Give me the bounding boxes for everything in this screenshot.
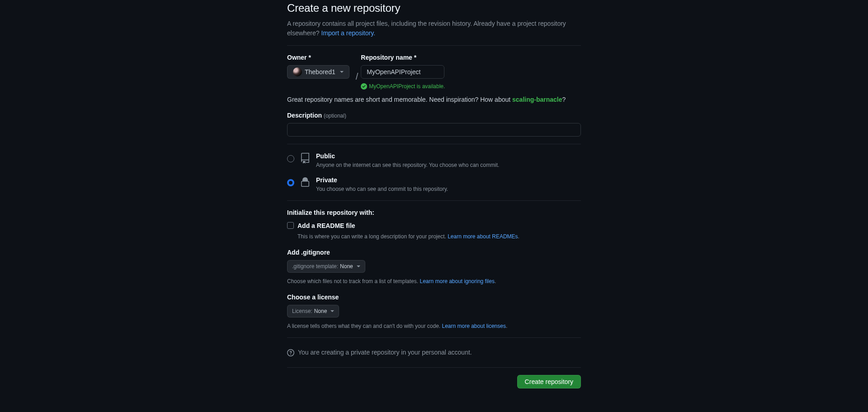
owner-label: Owner * [287,53,349,62]
availability-status: MyOpenAPIProject is available. [361,82,445,90]
public-title: Public [316,152,335,160]
avatar [293,67,302,76]
description-label: Description [287,112,322,119]
license-heading: Choose a license [287,293,581,302]
gitignore-help: Choose which files not to track from a l… [287,277,581,285]
readme-help: This is where you can write a long descr… [297,232,581,241]
owner-select-button[interactable]: Thebored1 [287,65,349,79]
private-subtitle: You choose who can see and commit to thi… [316,185,448,193]
divider [287,45,581,46]
inspire-prefix: Great repository names are short and mem… [287,96,512,103]
private-title: Private [316,176,337,184]
gitignore-help-text: Choose which files not to track from a l… [287,278,420,284]
create-repository-button[interactable]: Create repository [517,375,581,388]
inspire-suffix: ? [562,96,566,103]
creation-notice: You are creating a private repository in… [287,345,581,360]
public-subtitle: Anyone on the internet can see this repo… [316,161,499,169]
visibility-public-radio[interactable] [287,155,294,162]
gitignore-select-button[interactable]: .gitignore template: None [287,260,365,273]
license-select-button[interactable]: License: None [287,305,339,317]
gitignore-prefix: .gitignore template: [292,263,338,270]
gitignore-heading: Add .gitignore [287,248,581,257]
chevron-down-icon [340,71,344,73]
divider [287,144,581,144]
description-optional: (optional) [324,113,346,119]
notice-text: You are creating a private repository in… [298,348,472,357]
license-help: A license tells others what they can and… [287,322,581,330]
license-value: None [314,308,327,314]
page-title: Create a new repository [287,0,581,16]
suggested-name[interactable]: scaling-barnacle [512,96,562,103]
visibility-private-radio[interactable] [287,179,294,186]
license-prefix: License: [292,308,312,314]
divider [287,200,581,201]
repo-icon [300,153,311,166]
divider [287,367,581,368]
slash-separator: / [353,70,361,83]
name-inspiration: Great repository names are short and mem… [287,95,581,104]
learn-gitignore-link[interactable]: Learn more about ignoring files [420,278,494,284]
initialize-heading: Initialize this repository with: [287,208,581,218]
chevron-down-icon [357,265,360,267]
repo-name-label: Repository name * [361,53,445,62]
lock-icon [300,177,311,190]
chevron-down-icon [330,310,334,312]
check-circle-icon [361,83,367,90]
divider [287,337,581,338]
license-help-text: A license tells others what they can and… [287,323,442,329]
readme-help-text: This is where you can write a long descr… [297,233,448,240]
add-readme-checkbox[interactable] [287,222,294,229]
owner-name: Thebored1 [305,68,335,76]
learn-license-link[interactable]: Learn more about licenses [442,323,506,329]
gitignore-value: None [340,263,353,270]
description-input[interactable] [287,123,581,137]
info-icon [287,349,294,356]
add-readme-label: Add a README file [297,221,355,231]
availability-text: MyOpenAPIProject is available. [369,82,445,90]
page-subhead: A repository contains all project files,… [287,19,581,38]
learn-readme-link[interactable]: Learn more about READMEs [448,233,518,240]
repo-name-input[interactable] [361,65,444,79]
import-repository-link[interactable]: Import a repository. [321,29,376,37]
